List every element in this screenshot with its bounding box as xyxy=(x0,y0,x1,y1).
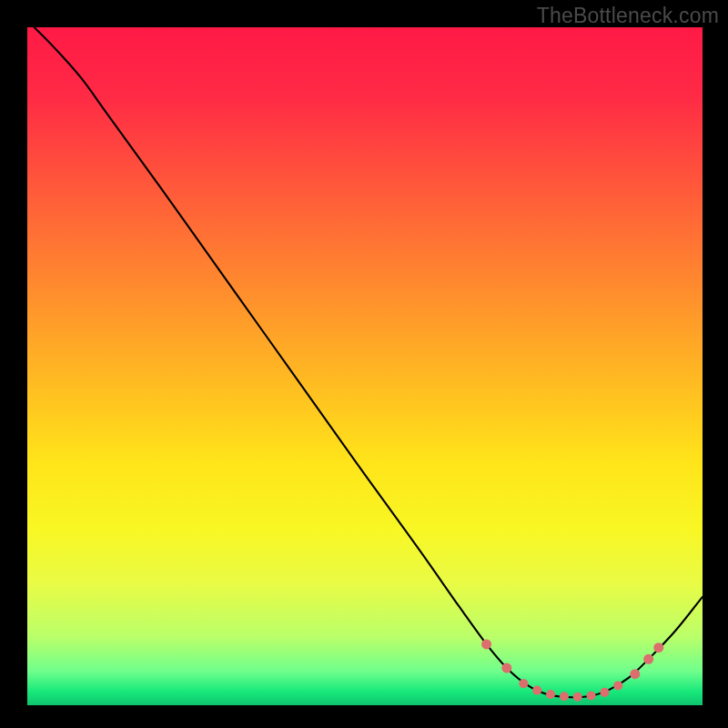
watermark-text: TheBottleneck.com xyxy=(537,4,719,28)
markers-group xyxy=(481,639,663,701)
marker-point xyxy=(653,642,663,652)
marker-point xyxy=(481,639,491,649)
chart-svg xyxy=(27,27,703,705)
marker-point xyxy=(630,669,640,679)
marker-point xyxy=(587,692,596,701)
bottleneck-curve xyxy=(27,27,703,697)
chart-frame: TheBottleneck.com xyxy=(0,0,728,728)
marker-point xyxy=(600,688,609,697)
marker-point xyxy=(573,693,582,702)
marker-point xyxy=(546,690,555,699)
plot-area xyxy=(27,27,703,705)
marker-point xyxy=(643,654,653,664)
marker-point xyxy=(613,681,622,690)
marker-point xyxy=(501,663,511,673)
marker-point xyxy=(519,679,528,688)
marker-point xyxy=(560,692,569,701)
marker-point xyxy=(532,686,541,695)
